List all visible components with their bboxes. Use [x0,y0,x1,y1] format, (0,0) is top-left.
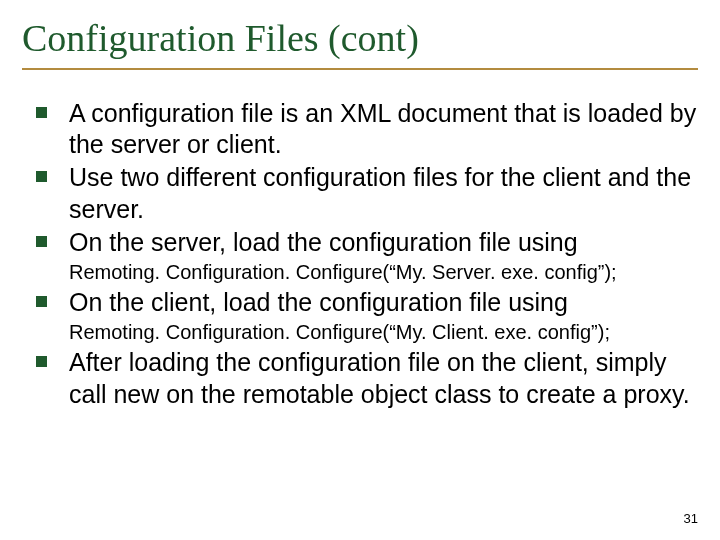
code-line-client: Remoting. Configuration. Configure(“My. … [69,320,698,345]
slide-title: Configuration Files (cont) [22,12,698,70]
code-line-server: Remoting. Configuration. Configure(“My. … [69,260,698,285]
bullet-text: Use two different configuration files fo… [69,162,698,225]
bullet-item: Use two different configuration files fo… [36,162,698,225]
bullet-item: A configuration file is an XML document … [36,98,698,161]
bullet-icon [36,296,47,307]
bullet-icon [36,107,47,118]
bullet-item: On the server, load the configuration fi… [36,227,698,258]
bullet-text: After loading the configuration file on … [69,347,698,410]
bullet-text: A configuration file is an XML document … [69,98,698,161]
bullet-text: On the server, load the configuration fi… [69,227,578,258]
page-number: 31 [684,511,698,526]
bullet-icon [36,171,47,182]
bullet-icon [36,236,47,247]
bullet-item: After loading the configuration file on … [36,347,698,410]
content-area: A configuration file is an XML document … [22,98,698,410]
bullet-text: On the client, load the configuration fi… [69,287,568,318]
bullet-item: On the client, load the configuration fi… [36,287,698,318]
bullet-icon [36,356,47,367]
slide: Configuration Files (cont) A configurati… [0,0,720,540]
